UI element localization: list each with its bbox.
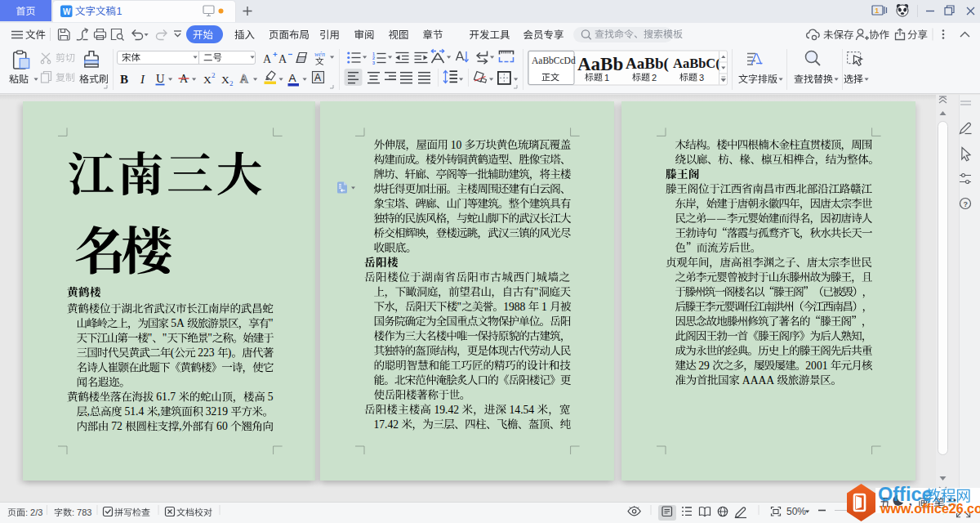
svg-text:": " xyxy=(207,332,212,344)
svg-text:AaBb: AaBb xyxy=(577,54,623,74)
svg-text:wén: wén xyxy=(314,51,325,58)
svg-text:www.office26.com: www.office26.com xyxy=(880,502,980,516)
svg-text:50%: 50% xyxy=(786,506,806,517)
svg-text:: 2/3: : 2/3 xyxy=(25,507,42,517)
svg-text:AaBbCcDd: AaBbCcDd xyxy=(532,56,576,65)
svg-text:): ) xyxy=(228,346,232,360)
svg-text:AaBbC(: AaBbC( xyxy=(673,56,720,71)
svg-text:14.54: 14.54 xyxy=(510,404,535,416)
svg-text:W: W xyxy=(63,7,71,16)
svg-text:B: B xyxy=(120,73,128,86)
svg-text:1: 1 xyxy=(604,73,609,83)
svg-text:(: ( xyxy=(171,346,175,360)
svg-text:A: A xyxy=(263,53,272,65)
svg-text:1: 1 xyxy=(875,7,879,15)
svg-text:,: , xyxy=(87,405,90,418)
svg-text:: 783: : 783 xyxy=(72,507,91,517)
svg-text:AaBb(: AaBb( xyxy=(626,55,669,73)
svg-text:,: , xyxy=(179,420,181,432)
svg-text:1988: 1988 xyxy=(503,301,525,313)
svg-text:2: 2 xyxy=(212,71,216,79)
svg-text:5: 5 xyxy=(268,391,274,403)
svg-text:1: 1 xyxy=(117,6,122,17)
svg-text:3: 3 xyxy=(372,60,375,65)
svg-text:": " xyxy=(457,301,462,313)
svg-text:": " xyxy=(148,332,153,344)
svg-text:I: I xyxy=(140,73,145,86)
svg-text:60: 60 xyxy=(216,420,228,432)
svg-text:29: 29 xyxy=(698,360,710,372)
svg-text:3219: 3219 xyxy=(206,405,228,418)
svg-text:?: ? xyxy=(964,200,969,208)
svg-text:51.4: 51.4 xyxy=(125,405,145,418)
svg-text:A: A xyxy=(240,73,249,85)
svg-text:": " xyxy=(269,317,274,329)
svg-text:": " xyxy=(163,332,167,344)
svg-text:72: 72 xyxy=(111,420,122,432)
svg-text:61.7: 61.7 xyxy=(156,391,176,403)
svg-text:3: 3 xyxy=(699,73,704,83)
svg-text:X: X xyxy=(203,74,212,86)
svg-text:A: A xyxy=(289,72,296,84)
svg-text:5A: 5A xyxy=(171,317,185,329)
svg-text:AAAA: AAAA xyxy=(742,374,774,387)
svg-text:17.42: 17.42 xyxy=(374,418,399,431)
svg-text:,: , xyxy=(158,405,160,418)
svg-text:10: 10 xyxy=(451,139,462,151)
svg-text:1: 1 xyxy=(541,301,547,313)
svg-text:2: 2 xyxy=(229,79,234,87)
svg-text:X: X xyxy=(221,74,229,86)
svg-text:2001: 2001 xyxy=(805,360,827,372)
svg-text:2: 2 xyxy=(652,73,657,83)
svg-text:19.42: 19.42 xyxy=(434,404,459,416)
svg-text:": " xyxy=(534,286,539,298)
svg-text:A: A xyxy=(278,53,287,65)
svg-text:U: U xyxy=(156,72,165,85)
svg-text:A: A xyxy=(314,72,321,83)
svg-text:223: 223 xyxy=(198,346,215,359)
